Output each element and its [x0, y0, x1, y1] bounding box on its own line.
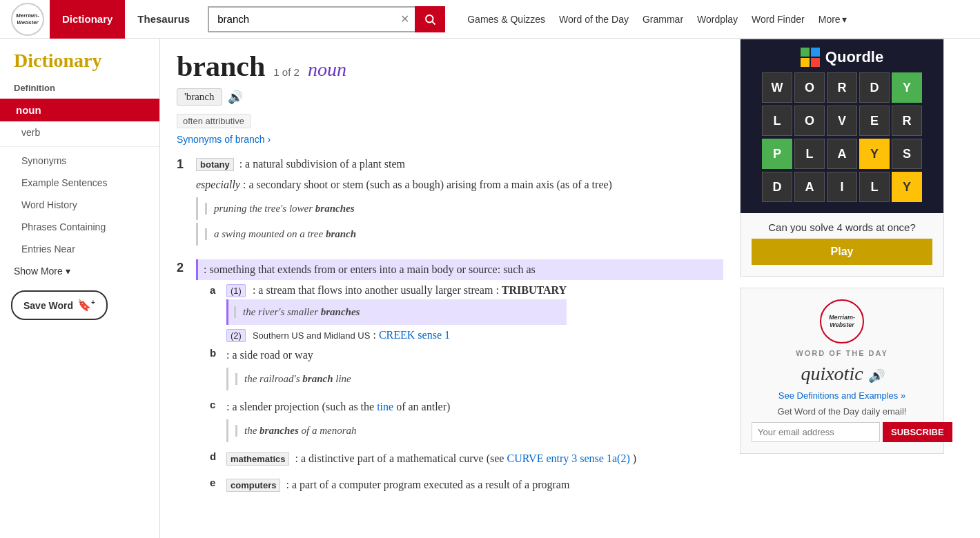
word-finder-link[interactable]: Word Finder — [746, 14, 810, 25]
email-input[interactable] — [752, 422, 880, 442]
sidebar-item-noun[interactable]: noun — [0, 99, 159, 121]
tine-link[interactable]: tine — [377, 401, 393, 412]
sense-b-example: the railroad's branch line — [226, 368, 351, 390]
def-1-sub-text: : a secondary shoot or stem (such as a b… — [243, 179, 612, 190]
sense-a-2-region: Southern US and Midland US — [253, 330, 371, 341]
q-cell: R — [892, 106, 922, 136]
q-cell: D — [762, 172, 792, 202]
more-menu-button[interactable]: More ▾ — [813, 14, 852, 25]
dictionary-nav-button[interactable]: Dictionary — [50, 0, 125, 39]
q-cell: L — [859, 172, 890, 202]
email-row: SUBSCRIBE — [752, 422, 932, 442]
sense-b-block: b : a side road or way the railroad's br… — [210, 347, 723, 393]
sense-c-text: : a slender projection (such as the tine… — [226, 399, 450, 415]
synonyms-link[interactable]: Synonyms of branch › — [177, 134, 723, 145]
sense-a-2-parens: (2) — [226, 329, 246, 342]
logo-area[interactable]: Merriam-Webster — [11, 3, 44, 36]
sense-b-content: : a side road or way the railroad's bran… — [226, 347, 351, 393]
wotd-word: quixotic 🔊 — [752, 363, 932, 385]
search-icon — [424, 13, 436, 26]
right-panel: Quordle W O R D Y L O V E — [740, 39, 944, 538]
q-cell: Y — [892, 72, 922, 103]
save-word-button[interactable]: Save Word 🔖+ — [11, 290, 108, 320]
q-cell: E — [859, 106, 890, 136]
q-cell: Y — [892, 172, 922, 202]
quordle-header: Quordle — [801, 48, 883, 67]
sidebar-item-word-history[interactable]: Word History — [0, 194, 159, 216]
wotd-label: WORD OF THE DAY — [752, 349, 932, 357]
q-cell: O — [794, 72, 825, 103]
sidebar: Dictionary Definition noun verb Synonyms… — [0, 39, 160, 538]
quordle-play-button[interactable]: Play — [752, 239, 932, 265]
q-cell: W — [762, 72, 792, 103]
q-cell: O — [794, 106, 825, 136]
sense-b-row: b : a side road or way the railroad's br… — [210, 347, 723, 393]
sidebar-item-entries-near[interactable]: Entries Near — [0, 238, 159, 260]
entry-count: 1 of 2 — [273, 66, 300, 78]
creek-link[interactable]: CREEK sense 1 — [379, 329, 450, 341]
def-number-2: 2 — [177, 259, 196, 503]
quordle-logo-red — [811, 58, 820, 67]
thesaurus-nav-button[interactable]: Thesaurus — [125, 0, 202, 39]
sense-a-row: a (1) : a stream that flows into another… — [210, 284, 723, 341]
search-clear-button[interactable]: ✕ — [400, 12, 409, 26]
main-content: branch 1 of 2 noun 'branch 🔊 often attri… — [160, 39, 740, 538]
word-of-the-day-link[interactable]: Word of the Day — [553, 14, 634, 25]
sense-a-1-text: : a stream that flows into another usual… — [253, 284, 499, 296]
sense-a-2: (2) Southern US and Midland US : CREEK s… — [226, 329, 567, 341]
games-quizzes-link[interactable]: Games & Quizzes — [462, 14, 551, 25]
wordplay-link[interactable]: Wordplay — [692, 14, 743, 25]
sense-d-block: d mathematics : a distinctive part of a … — [210, 450, 723, 471]
search-input[interactable] — [208, 6, 415, 32]
sidebar-item-example-sentences[interactable]: Example Sentences — [0, 172, 159, 194]
sidebar-item-synonyms[interactable]: Synonyms — [0, 150, 159, 172]
wotd-audio-button[interactable]: 🔊 — [868, 369, 883, 383]
q-cell: Y — [859, 139, 890, 169]
attributive-note: often attributive — [177, 114, 251, 128]
quordle-logo-green — [801, 48, 810, 57]
show-more-label: Show More — [14, 266, 63, 277]
show-more-button[interactable]: Show More ▾ — [0, 260, 84, 282]
content-area: branch 1 of 2 noun 'branch 🔊 often attri… — [160, 39, 980, 538]
q-cell: L — [794, 139, 825, 169]
especially-label: especially — [196, 179, 240, 190]
sense-d-text: mathematics : a distinctive part of a ma… — [226, 450, 636, 467]
save-word-label: Save Word — [23, 300, 73, 311]
example-railroad: the railroad's branch line — [235, 373, 351, 385]
sense-a-1-tributary: TRIBUTARY — [502, 284, 567, 296]
pronunciation-text[interactable]: 'branch — [177, 88, 222, 106]
sense-e-subject: computers — [226, 479, 280, 492]
audio-button[interactable]: 🔊 — [228, 90, 243, 105]
sense-c-example: the branches of a menorah — [226, 419, 450, 442]
sense-c-text2: of an antler) — [396, 401, 450, 412]
grammar-link[interactable]: Grammar — [637, 14, 689, 25]
sidebar-item-verb[interactable]: verb — [0, 121, 159, 143]
wotd-see-definitions-link[interactable]: See Definitions and Examples » — [752, 390, 932, 401]
example-swing: a swing mounted on a tree branch — [205, 228, 723, 240]
curve-link[interactable]: CURVE entry 3 sense 1a(2) — [507, 452, 629, 464]
q-cell: I — [827, 172, 857, 202]
sense-d-subject: mathematics — [226, 452, 289, 466]
sense-a-letter: a — [210, 284, 226, 296]
example-1a: pruning the tree's lower branches — [196, 197, 723, 220]
wotd-email-label: Get Word of the Day daily email! — [752, 406, 932, 417]
chevron-down-icon: ▾ — [842, 14, 847, 25]
sense-d-text1: : a distinctive part of a mathematical c… — [295, 452, 504, 464]
q-cell: V — [827, 106, 857, 136]
sense-e-content: computers : a part of a computer program… — [226, 477, 569, 497]
chevron-down-icon: ▾ — [66, 266, 70, 277]
sidebar-item-phrases-containing[interactable]: Phrases Containing — [0, 216, 159, 238]
def-2-content: : something that extends from or enters … — [196, 259, 723, 503]
q-cell: A — [794, 172, 825, 202]
def-number-1: 1 — [177, 156, 196, 248]
main-container: Dictionary Definition noun verb Synonyms… — [0, 39, 980, 538]
subscribe-button[interactable]: SUBSCRIBE — [883, 422, 952, 442]
sense-a-2-colon: : — [373, 329, 378, 341]
quordle-grid-row1: W O R D Y — [762, 72, 922, 103]
merriam-webster-logo: Merriam-Webster — [11, 3, 44, 36]
quordle-banner: Quordle W O R D Y L O V E — [741, 39, 943, 213]
quordle-logo-blue — [811, 48, 820, 57]
sense-e-letter: e — [210, 477, 226, 488]
sense-a-content: (1) : a stream that flows into another u… — [226, 284, 567, 341]
search-submit-button[interactable] — [415, 6, 445, 32]
